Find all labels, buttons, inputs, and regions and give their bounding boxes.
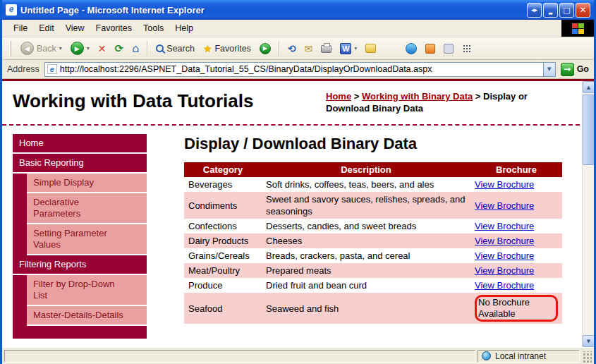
calculator-button[interactable] bbox=[440, 40, 457, 58]
view-brochure-link[interactable]: View Brochure bbox=[475, 221, 534, 231]
sidebar-item-basic-reporting[interactable]: Basic Reporting bbox=[13, 154, 147, 174]
description-cell: Sweet and savory sauces, relishes, sprea… bbox=[262, 192, 470, 219]
view-brochure-link[interactable]: View Brochure bbox=[475, 250, 534, 261]
edit-with-word-button[interactable]: W ▾ bbox=[336, 40, 360, 58]
description-cell: Prepared meats bbox=[262, 263, 470, 278]
calculator-icon bbox=[444, 44, 454, 54]
research-button[interactable] bbox=[422, 40, 439, 58]
forward-icon: ▶ bbox=[71, 42, 84, 55]
view-brochure-link[interactable]: View Brochure bbox=[475, 200, 534, 211]
sidebar-item-master-details-details[interactable]: Master-Details-Details bbox=[27, 306, 147, 326]
no-brochure-text: No Brochure Available bbox=[478, 297, 530, 319]
table-header-row: Category Description Brochure bbox=[184, 162, 562, 177]
view-brochure-link[interactable]: View Brochure bbox=[475, 280, 534, 291]
page-title: Display / Download Binary Data bbox=[184, 135, 571, 153]
sidebar-item-home[interactable]: Home bbox=[13, 134, 147, 154]
toolbar-grip[interactable] bbox=[9, 41, 11, 56]
favorites-label: Favorites bbox=[214, 44, 250, 54]
media-button[interactable]: ▶ bbox=[256, 40, 274, 58]
site-header: Working with Data Tutorials Home > Worki… bbox=[2, 81, 594, 126]
security-zone-panel: Local intranet bbox=[478, 350, 580, 363]
back-icon: ◀ bbox=[20, 42, 34, 55]
scroll-down-button[interactable]: ▼ bbox=[583, 335, 594, 347]
category-cell: Condiments bbox=[184, 192, 262, 219]
window-arrows-button[interactable]: ◂▸ bbox=[527, 3, 542, 18]
sidebar-item-filtering-reports[interactable]: Filtering Reports bbox=[13, 255, 147, 275]
favorites-star-icon: ★ bbox=[203, 43, 212, 54]
menu-edit[interactable]: Edit bbox=[33, 21, 60, 35]
menu-file[interactable]: File bbox=[8, 21, 33, 35]
refresh-button[interactable]: ⟳ bbox=[111, 40, 128, 58]
sidebar-item-simple-display[interactable]: Simple Display bbox=[27, 174, 147, 193]
sidebar-item-filter-by-dropdown-list[interactable]: Filter by Drop-Down List bbox=[27, 275, 147, 306]
minimize-button[interactable]: ▬ bbox=[543, 3, 558, 18]
brochure-cell: No Brochure Available bbox=[470, 293, 562, 324]
sidebar-item-declarative-parameters[interactable]: Declarative Parameters bbox=[27, 193, 147, 224]
go-button[interactable]: → Go bbox=[561, 63, 589, 76]
breadcrumb-parent-link[interactable]: Working with Binary Data bbox=[362, 91, 473, 102]
category-cell: Meat/Poultry bbox=[184, 263, 262, 278]
description-cell: Seaweed and fish bbox=[262, 293, 470, 324]
table-row: Condiments Sweet and savory sauces, reli… bbox=[184, 192, 562, 219]
edit-dropdown-icon: ▾ bbox=[354, 45, 357, 51]
windows-logo-icon bbox=[561, 20, 594, 37]
favorites-button[interactable]: ★ Favorites bbox=[200, 40, 255, 58]
table-row: Confections Desserts, candies, and sweet… bbox=[184, 219, 562, 233]
description-cell: Soft drinks, coffees, teas, beers, and a… bbox=[262, 177, 470, 192]
sidebar-item-setting-parameter-values[interactable]: Setting Parameter Values bbox=[27, 224, 147, 255]
back-dropdown-icon: ▾ bbox=[59, 45, 62, 51]
view-brochure-link[interactable]: View Brochure bbox=[475, 179, 534, 190]
description-cell: Desserts, candies, and sweet breads bbox=[262, 219, 470, 233]
print-button[interactable] bbox=[317, 40, 335, 58]
scroll-up-button[interactable]: ▲ bbox=[583, 81, 594, 93]
forward-button[interactable]: ▶ ▾ bbox=[67, 40, 93, 58]
windows-flag-icon bbox=[572, 23, 584, 34]
brochure-cell: View Brochure bbox=[470, 177, 562, 192]
address-dropdown-button[interactable]: ▼ bbox=[543, 63, 555, 76]
column-header-description: Description bbox=[262, 162, 470, 177]
brochure-cell: View Brochure bbox=[470, 219, 562, 233]
discuss-icon bbox=[365, 44, 376, 53]
go-label: Go bbox=[577, 64, 589, 74]
snippet-grid-button[interactable] bbox=[458, 40, 475, 58]
window-title: Untitled Page - Microsoft Internet Explo… bbox=[20, 5, 523, 16]
media-icon: ▶ bbox=[260, 43, 271, 54]
category-cell: Produce bbox=[184, 278, 262, 293]
mail-button[interactable]: ✉ bbox=[301, 40, 317, 58]
menu-tools[interactable]: Tools bbox=[138, 21, 169, 35]
view-brochure-link[interactable]: View Brochure bbox=[475, 236, 534, 246]
table-row: Meat/Poultry Prepared meats View Brochur… bbox=[184, 263, 562, 278]
table-row: Produce Dried fruit and bean curd View B… bbox=[184, 278, 562, 293]
stop-button[interactable]: ✕ bbox=[95, 40, 110, 58]
history-button[interactable]: ⟲ bbox=[284, 40, 300, 58]
main-content: Display / Download Binary Data Category … bbox=[184, 135, 571, 324]
scrollbar-thumb[interactable] bbox=[583, 95, 594, 165]
status-bar: Local intranet bbox=[2, 347, 594, 364]
history-icon: ⟲ bbox=[288, 43, 296, 54]
breadcrumb: Home > Working with Binary Data > Displa… bbox=[326, 90, 573, 114]
home-icon: ⌂ bbox=[132, 42, 139, 55]
maximize-button[interactable]: □ bbox=[559, 3, 574, 18]
table-row: Beverages Soft drinks, coffees, teas, be… bbox=[184, 177, 562, 192]
messenger-button[interactable] bbox=[381, 40, 420, 58]
brochure-cell: View Brochure bbox=[470, 248, 562, 263]
search-button[interactable]: Search bbox=[152, 40, 198, 58]
brochure-table: Category Description Brochure Beverages … bbox=[184, 162, 562, 324]
close-button[interactable]: ✕ bbox=[576, 3, 590, 18]
resize-grip[interactable] bbox=[582, 351, 592, 363]
discuss-button[interactable] bbox=[362, 40, 379, 58]
address-label: Address bbox=[7, 64, 39, 74]
breadcrumb-home-link[interactable]: Home bbox=[326, 91, 351, 102]
messenger-icon bbox=[406, 43, 417, 54]
menu-view[interactable]: View bbox=[60, 21, 90, 35]
view-brochure-link[interactable]: View Brochure bbox=[475, 265, 534, 276]
menu-favorites[interactable]: Favorites bbox=[90, 21, 138, 35]
vertical-scrollbar[interactable]: ▲ ▼ bbox=[582, 81, 594, 347]
brochure-cell: View Brochure bbox=[470, 192, 562, 219]
back-button[interactable]: ◀ Back ▾ bbox=[17, 40, 66, 58]
home-button[interactable]: ⌂ bbox=[128, 40, 142, 58]
menu-help[interactable]: Help bbox=[169, 21, 199, 35]
address-input[interactable] bbox=[60, 63, 540, 75]
refresh-icon: ⟳ bbox=[115, 42, 124, 55]
category-cell: Grains/Cereals bbox=[184, 248, 262, 263]
